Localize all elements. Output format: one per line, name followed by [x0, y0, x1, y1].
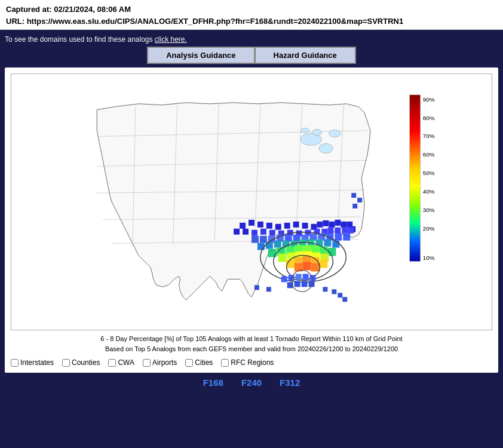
- tab-bar: Analysis Guidance Hazard Guidance: [5, 47, 498, 64]
- svg-rect-110: [323, 287, 327, 291]
- svg-rect-27: [323, 220, 329, 226]
- svg-rect-62: [274, 241, 281, 248]
- svg-rect-37: [269, 230, 275, 236]
- svg-rect-108: [266, 287, 271, 291]
- overlay-counties[interactable]: Counties: [62, 358, 100, 367]
- svg-rect-101: [295, 281, 300, 287]
- nav-f168[interactable]: F168: [203, 378, 223, 388]
- svg-rect-36: [260, 229, 266, 235]
- overlay-interstates-label: Interstates: [20, 358, 54, 367]
- capture-header: Captured at: 02/21/2024, 08:06 AM URL: h…: [0, 0, 503, 30]
- svg-rect-75: [311, 246, 320, 254]
- svg-rect-58: [335, 234, 342, 241]
- map-caption-line1: 6 - 8 Day Percentage [%] of Top 105 Anal…: [100, 335, 402, 342]
- svg-rect-60: [257, 243, 265, 250]
- svg-rect-105: [351, 193, 356, 198]
- svg-rect-35: [252, 230, 257, 236]
- svg-rect-47: [348, 228, 354, 234]
- map-caption-line2: Based on Top 5 Analogs from each GEFS me…: [105, 345, 398, 352]
- overlay-cities-checkbox[interactable]: [185, 359, 193, 367]
- svg-point-14: [329, 130, 341, 137]
- svg-rect-22: [284, 223, 290, 229]
- svg-rect-97: [296, 274, 302, 280]
- overlay-counties-checkbox[interactable]: [62, 359, 70, 367]
- overlay-rfc-checkbox[interactable]: [221, 359, 229, 367]
- svg-text:50%: 50%: [423, 170, 435, 176]
- svg-rect-30: [341, 222, 346, 228]
- svg-rect-19: [257, 222, 263, 228]
- svg-rect-48: [252, 236, 259, 243]
- svg-text:30%: 30%: [423, 207, 435, 213]
- domains-link-bar: To see the domains used to find these an…: [5, 33, 498, 47]
- svg-rect-23: [293, 222, 299, 228]
- svg-rect-106: [357, 198, 362, 202]
- svg-rect-88: [319, 260, 327, 268]
- svg-rect-113: [342, 297, 347, 302]
- overlay-cities-label: Cities: [195, 358, 213, 367]
- svg-rect-61: [266, 242, 273, 249]
- bottom-nav: F168 F240 F312: [5, 373, 498, 390]
- overlay-cwa-label: CWA: [118, 358, 134, 367]
- svg-rect-111: [332, 289, 336, 294]
- svg-rect-90: [303, 262, 311, 271]
- capture-url: URL: https://www.eas.slu.edu/CIPS/ANALOG…: [6, 16, 497, 27]
- capture-timestamp: Captured at: 02/21/2024, 08:06 AM: [6, 4, 497, 16]
- tab-hazard-guidance[interactable]: Hazard Guidance: [254, 47, 356, 64]
- svg-text:90%: 90%: [423, 96, 435, 103]
- svg-rect-28: [329, 222, 335, 228]
- svg-rect-34: [243, 229, 249, 235]
- svg-rect-95: [281, 276, 287, 282]
- overlay-cwa-checkbox[interactable]: [108, 359, 116, 367]
- overlay-cities[interactable]: Cities: [185, 358, 213, 367]
- svg-rect-45: [335, 228, 341, 234]
- svg-rect-114: [410, 95, 421, 262]
- svg-rect-33: [234, 229, 240, 235]
- overlay-checkboxes: Interstates Counties CWA Airports Cities: [11, 358, 492, 367]
- svg-rect-26: [317, 222, 323, 228]
- svg-rect-78: [278, 254, 287, 262]
- svg-point-16: [301, 128, 309, 133]
- svg-rect-69: [332, 241, 339, 248]
- svg-point-15: [312, 130, 322, 136]
- svg-rect-107: [352, 204, 357, 208]
- svg-text:10%: 10%: [423, 254, 435, 261]
- domains-link-anchor[interactable]: click here.: [155, 35, 187, 44]
- svg-text:20%: 20%: [423, 225, 435, 232]
- map-caption: 6 - 8 Day Percentage [%] of Top 105 Anal…: [11, 334, 492, 354]
- nav-f312[interactable]: F312: [280, 378, 300, 388]
- overlay-airports[interactable]: Airports: [143, 358, 177, 367]
- nav-f240[interactable]: F240: [241, 378, 262, 388]
- main-content: To see the domains used to find these an…: [0, 30, 503, 395]
- svg-point-13: [318, 143, 333, 153]
- svg-rect-24: [302, 223, 308, 229]
- svg-text:70%: 70%: [423, 133, 435, 139]
- tab-analysis-guidance[interactable]: Analysis Guidance: [147, 47, 254, 64]
- svg-rect-112: [338, 293, 342, 297]
- svg-rect-91: [311, 263, 320, 272]
- overlay-counties-label: Counties: [72, 358, 100, 367]
- map-svg: 90% 80% 70% 60% 50% 40% 30% 20% 10%: [11, 74, 492, 330]
- svg-rect-68: [324, 240, 331, 247]
- overlay-airports-label: Airports: [152, 358, 177, 367]
- svg-rect-20: [266, 223, 272, 229]
- svg-rect-59: [343, 234, 350, 241]
- overlay-cwa[interactable]: CWA: [108, 358, 134, 367]
- svg-rect-46: [342, 228, 348, 234]
- overlay-airports-checkbox[interactable]: [143, 359, 151, 367]
- svg-rect-17: [240, 223, 246, 229]
- svg-rect-109: [254, 285, 259, 290]
- svg-rect-102: [302, 281, 308, 287]
- svg-text:40%: 40%: [423, 188, 435, 195]
- overlay-interstates[interactable]: Interstates: [11, 358, 54, 367]
- svg-rect-18: [249, 220, 254, 226]
- svg-rect-44: [327, 228, 333, 234]
- overlay-interstates-checkbox[interactable]: [11, 359, 19, 367]
- svg-text:60%: 60%: [423, 151, 435, 158]
- domains-link-text: To see the domains used to find these an…: [5, 35, 155, 44]
- svg-rect-70: [268, 249, 277, 257]
- white-panel: Contours: [5, 67, 498, 373]
- map-image-area: 90% 80% 70% 60% 50% 40% 30% 20% 10%: [11, 73, 492, 330]
- overlay-rfc[interactable]: RFC Regions: [221, 358, 274, 367]
- svg-rect-29: [335, 220, 341, 226]
- map-container: Contours: [11, 73, 492, 367]
